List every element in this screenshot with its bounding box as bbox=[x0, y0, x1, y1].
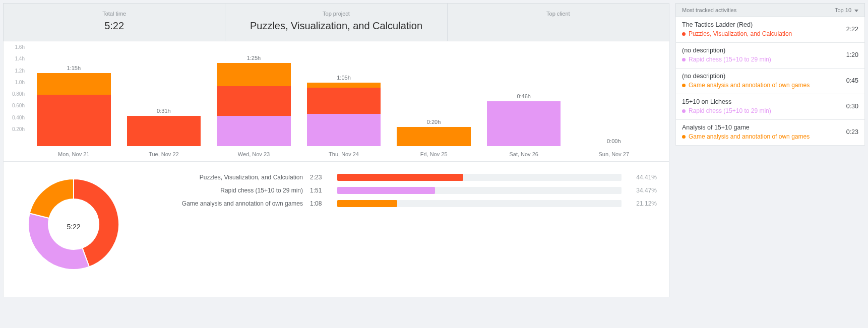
activity-project: Game analysis and annotation of own game… bbox=[682, 82, 841, 89]
legend-pct: 34.47% bbox=[629, 187, 657, 194]
legend-bar bbox=[337, 187, 622, 194]
breakdown-legend: Puzzles, Visualization, and Calculation2… bbox=[152, 169, 657, 210]
activity-item[interactable]: Analysis of 15+10 gameGame analysis and … bbox=[675, 120, 865, 146]
donut-chart: 5:22 bbox=[16, 169, 132, 285]
bar-segment bbox=[307, 88, 381, 114]
bar-slot[interactable]: 0:00hSun, Nov 27 bbox=[569, 52, 659, 146]
bar-slot[interactable]: 1:15hMon, Nov 21 bbox=[29, 52, 119, 146]
legend-pct: 44.41% bbox=[629, 174, 657, 181]
legend-row[interactable]: Puzzles, Visualization, and Calculation2… bbox=[152, 171, 657, 184]
bar-x-label: Fri, Nov 25 bbox=[389, 151, 479, 157]
bar-total-label: 0:00h bbox=[607, 138, 621, 144]
summary-top-client: Top client bbox=[448, 4, 669, 41]
bar-segment bbox=[217, 116, 290, 146]
activity-item[interactable]: (no description)Rapid chess (15+10 to 29… bbox=[675, 43, 865, 69]
summary-top-project-label: Top project bbox=[229, 11, 443, 17]
activities-panel: Most tracked activities Top 10 The Tacti… bbox=[675, 3, 865, 297]
bar-slot[interactable]: 0:20hFri, Nov 25 bbox=[389, 52, 479, 146]
chevron-down-icon bbox=[853, 7, 858, 13]
summary-total-time: Total time 5:22 bbox=[4, 4, 225, 41]
legend-bar-fill bbox=[337, 187, 435, 194]
bar-stack bbox=[397, 52, 470, 146]
activity-item[interactable]: (no description)Game analysis and annota… bbox=[675, 69, 865, 94]
summary-total-time-label: Total time bbox=[8, 11, 221, 17]
summary-top-client-label: Top client bbox=[452, 11, 665, 17]
bar-segment bbox=[217, 63, 290, 87]
bar-chart-panel: 0.20h0.40h0.60h0.80h1.0h1.2h1.4h1.6h 1:1… bbox=[3, 41, 669, 297]
activity-project-name: Game analysis and annotation of own game… bbox=[689, 133, 810, 140]
activity-time: 1:20 bbox=[846, 51, 858, 58]
legend-bar bbox=[337, 174, 622, 181]
bar-slot[interactable]: 0:31hTue, Nov 22 bbox=[119, 52, 209, 146]
bar-segment bbox=[307, 83, 381, 87]
bar-segment bbox=[217, 86, 290, 115]
bar-chart-plot: 1:15hMon, Nov 210:31hTue, Nov 221:25hWed… bbox=[29, 52, 659, 146]
bar-total-label: 1:25h bbox=[247, 55, 261, 61]
bar-segment bbox=[487, 101, 561, 147]
bar-stack bbox=[487, 52, 561, 146]
bar-slot[interactable]: 1:05hThu, Nov 24 bbox=[299, 52, 389, 146]
y-axis-tick: 1.6h bbox=[15, 44, 25, 50]
bar-x-label: Sat, Nov 26 bbox=[479, 151, 569, 157]
activity-time: 0:45 bbox=[846, 77, 858, 84]
activity-title: (no description) bbox=[682, 47, 841, 54]
bar-x-label: Wed, Nov 23 bbox=[209, 151, 299, 157]
project-color-dot bbox=[682, 32, 686, 36]
summary-row: Total time 5:22 Top project Puzzles, Vis… bbox=[3, 3, 669, 41]
legend-bar-fill bbox=[337, 200, 397, 207]
breakdown-panel: 5:22 Puzzles, Visualization, and Calcula… bbox=[4, 161, 669, 297]
donut-slice[interactable] bbox=[30, 179, 74, 218]
y-axis-tick: 1.2h bbox=[15, 68, 25, 73]
project-color-dot bbox=[682, 109, 686, 113]
legend-time: 2:23 bbox=[310, 174, 330, 181]
activity-project: Rapid chess (15+10 to 29 min) bbox=[682, 56, 841, 63]
legend-name: Game analysis and annotation of own game… bbox=[152, 200, 303, 207]
activity-title: The Tactics Ladder (Red) bbox=[682, 21, 841, 28]
activity-time: 0:30 bbox=[846, 103, 858, 110]
donut-slice[interactable] bbox=[28, 213, 89, 270]
bar-total-label: 1:05h bbox=[337, 75, 351, 81]
bar-chart-y-axis: 0.20h0.40h0.60h0.80h1.0h1.2h1.4h1.6h bbox=[4, 52, 27, 146]
bar-x-label: Tue, Nov 22 bbox=[119, 151, 209, 157]
bar-x-label: Sun, Nov 27 bbox=[569, 151, 659, 157]
legend-time: 1:51 bbox=[310, 187, 330, 194]
legend-bar bbox=[337, 200, 622, 207]
bar-stack bbox=[307, 52, 381, 146]
activity-item[interactable]: 15+10 on LichessRapid chess (15+10 to 29… bbox=[675, 94, 865, 120]
activity-project: Puzzles, Visualization, and Calculation bbox=[682, 30, 841, 37]
activity-project-name: Game analysis and annotation of own game… bbox=[689, 82, 810, 89]
legend-name: Puzzles, Visualization, and Calculation bbox=[152, 174, 303, 181]
summary-total-time-value: 5:22 bbox=[8, 20, 221, 32]
bar-stack bbox=[217, 52, 290, 146]
bar-slot[interactable]: 1:25hWed, Nov 23 bbox=[209, 52, 299, 146]
legend-row[interactable]: Rapid chess (15+10 to 29 min)1:5134.47% bbox=[152, 184, 657, 197]
bar-slot[interactable]: 0:46hSat, Nov 26 bbox=[479, 52, 569, 146]
legend-bar-fill bbox=[337, 174, 463, 181]
bar-total-label: 0:31h bbox=[157, 108, 171, 114]
activities-header-label: Most tracked activities bbox=[682, 7, 736, 13]
activity-item[interactable]: The Tactics Ladder (Red)Puzzles, Visuali… bbox=[675, 17, 865, 43]
summary-top-project-value: Puzzles, Visualization, and Calculation bbox=[229, 20, 443, 32]
activity-time: 0:23 bbox=[846, 128, 858, 136]
activities-filter-select[interactable]: Top 10 bbox=[835, 7, 858, 13]
bar-total-label: 0:46h bbox=[517, 93, 531, 99]
bar-x-label: Thu, Nov 24 bbox=[299, 151, 389, 157]
bar-total-label: 0:20h bbox=[427, 119, 441, 125]
summary-top-project: Top project Puzzles, Visualization, and … bbox=[225, 4, 447, 41]
y-axis-tick: 0.60h bbox=[12, 103, 25, 108]
activity-project: Game analysis and annotation of own game… bbox=[682, 133, 841, 140]
legend-row[interactable]: Game analysis and annotation of own game… bbox=[152, 197, 657, 210]
bar-segment bbox=[127, 116, 201, 146]
activity-title: (no description) bbox=[682, 73, 841, 80]
project-color-dot bbox=[682, 84, 686, 87]
activity-title: 15+10 on Lichess bbox=[682, 98, 841, 105]
bar-stack bbox=[577, 52, 651, 146]
legend-pct: 21.12% bbox=[629, 200, 657, 207]
bar-segment bbox=[307, 114, 381, 146]
bar-segment bbox=[37, 73, 110, 95]
activity-project-name: Puzzles, Visualization, and Calculation bbox=[689, 30, 792, 37]
legend-name: Rapid chess (15+10 to 29 min) bbox=[152, 187, 303, 194]
bar-x-label: Mon, Nov 21 bbox=[29, 151, 119, 157]
activity-project-name: Rapid chess (15+10 to 29 min) bbox=[689, 107, 771, 114]
y-axis-tick: 0.80h bbox=[12, 91, 25, 97]
